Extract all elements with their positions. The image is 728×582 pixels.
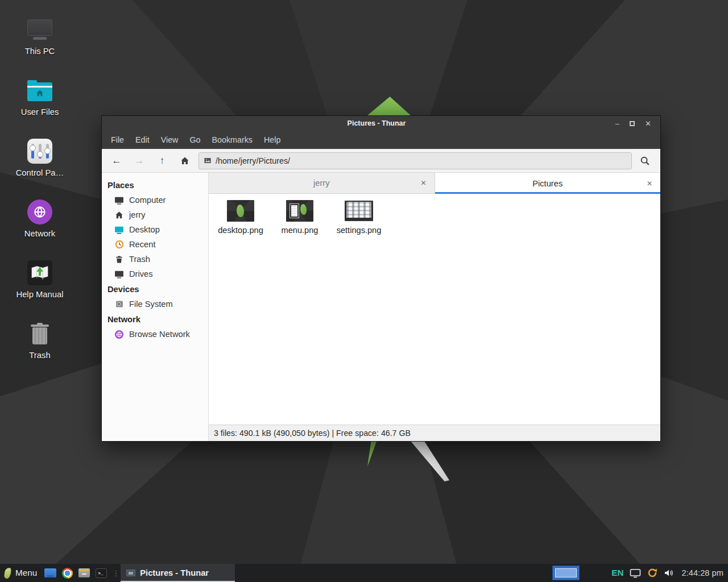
path-input[interactable] — [216, 156, 627, 165]
terminal-launcher[interactable]: >_ — [93, 564, 110, 582]
tab-label: jerry — [313, 178, 330, 188]
image-thumbnail — [286, 198, 313, 223]
display-icon[interactable] — [630, 568, 641, 578]
up-icon[interactable]: ↑ — [153, 152, 171, 169]
thunar-window: Pictures - Thunar – ✕ File Edit View Go … — [101, 115, 661, 442]
status-text: 3 files: 490.1 kB (490,050 bytes) | Free… — [214, 429, 411, 438]
desktop-icon-label: This PC — [25, 47, 55, 56]
drives-icon — [114, 269, 124, 279]
home-folder-icon — [27, 77, 52, 104]
menu-go[interactable]: Go — [184, 135, 206, 144]
chrome-launcher[interactable] — [59, 564, 76, 582]
help-manual-icon — [27, 259, 52, 286]
sidebar-item-label: Drives — [129, 269, 153, 278]
maximize-icon[interactable] — [630, 121, 635, 126]
desktop-icon-label: Trash — [29, 351, 50, 360]
path-bar[interactable] — [198, 152, 632, 169]
minimize-icon[interactable]: – — [615, 120, 619, 127]
volume-icon[interactable] — [664, 568, 674, 577]
desktop-icon-label: Control Pa… — [16, 168, 64, 177]
close-icon[interactable]: ✕ — [645, 120, 651, 127]
desktop-icon-control-panel[interactable]: Control Pa… — [8, 138, 72, 177]
sidebar-item-browse-network[interactable]: Browse Network — [102, 327, 208, 342]
keyboard-layout-indicator[interactable]: EN — [611, 568, 623, 578]
chrome-icon — [62, 568, 73, 579]
desktop-icon-column: This PC User Files Control Pa… — [8, 16, 72, 360]
sidebar-item-label: Desktop — [129, 225, 160, 234]
file-cabinet-icon — [78, 568, 90, 577]
sidebar-item-computer[interactable]: Computer — [102, 193, 208, 207]
sidebar-header-places: Places — [102, 177, 208, 193]
titlebar[interactable]: Pictures - Thunar – ✕ — [102, 116, 660, 131]
desktop-icon-label: Network — [24, 229, 55, 238]
sidebar-item-trash[interactable]: Trash — [102, 252, 208, 267]
desktop-icon-this-pc[interactable]: This PC — [8, 16, 72, 56]
clock[interactable]: 2:44:28 pm — [682, 568, 724, 577]
file-manager-launcher[interactable] — [42, 564, 59, 582]
status-bar: 3 files: 490.1 kB (490,050 bytes) | Free… — [209, 425, 660, 441]
menu-bookmarks[interactable]: Bookmarks — [206, 135, 259, 144]
desktop-icon-user-files[interactable]: User Files — [8, 77, 72, 117]
file-settings-png[interactable]: settings.png — [330, 198, 387, 235]
window-title: Pictures - Thunar — [102, 119, 597, 127]
forward-icon[interactable]: → — [130, 152, 148, 169]
sidebar-item-home[interactable]: jerry — [102, 207, 208, 222]
harddrive-icon — [114, 300, 124, 309]
sidebar-item-drives[interactable]: Drives — [102, 267, 208, 281]
archive-launcher[interactable] — [76, 564, 93, 582]
menu-file[interactable]: File — [105, 135, 130, 144]
sidebar: Places Computer jerry — [102, 173, 209, 441]
desktop-icon-label: Help Manual — [16, 290, 63, 299]
desktop-screen: This PC User Files Control Pa… — [0, 0, 728, 582]
recent-clock-icon — [114, 240, 124, 250]
trash-icon — [114, 255, 124, 264]
desktop-icon — [114, 225, 124, 235]
terminal-icon: >_ — [96, 568, 107, 578]
update-refresh-icon[interactable] — [647, 567, 658, 579]
files-icon — [44, 568, 56, 577]
file-menu-png[interactable]: menu.png — [271, 198, 328, 235]
control-panel-icon — [27, 138, 52, 165]
thunar-task-icon — [126, 569, 135, 576]
start-menu-button[interactable]: Menu — [0, 564, 42, 582]
sidebar-item-desktop[interactable]: Desktop — [102, 222, 208, 237]
network-globe-icon — [27, 198, 52, 226]
system-tray: EN 2:44:28 pm — [552, 566, 728, 580]
menu-help[interactable]: Help — [258, 135, 286, 144]
tab-close-icon[interactable]: ✕ — [647, 180, 652, 188]
image-thumbnail — [227, 198, 254, 223]
sidebar-item-label: Computer — [129, 196, 166, 205]
window-controls: – ✕ — [597, 120, 660, 127]
home-icon[interactable] — [176, 152, 194, 169]
desktop-icon-trash[interactable]: Trash — [8, 320, 72, 360]
menu-edit[interactable]: Edit — [130, 135, 155, 144]
search-icon[interactable] — [635, 152, 655, 169]
desktop-icon-help-manual[interactable]: Help Manual — [8, 259, 72, 299]
task-button-label: Pictures - Thunar — [140, 568, 209, 577]
sidebar-header-network: Network — [102, 311, 208, 327]
taskbar: Menu >_ ⋮ Pictures - Thunar EN 2:44:28 p… — [0, 564, 728, 582]
window-body: Places Computer jerry — [102, 173, 660, 441]
home-icon — [114, 210, 124, 220]
tab-close-icon[interactable]: ✕ — [420, 179, 426, 187]
tab-pictures[interactable]: Pictures ✕ — [435, 173, 661, 194]
tab-label: Pictures — [532, 179, 562, 188]
workspace-switcher[interactable] — [552, 566, 580, 580]
file-view[interactable]: desktop.png menu.png settings.png — [209, 194, 660, 425]
task-button-thunar[interactable]: Pictures - Thunar — [121, 564, 235, 582]
sidebar-item-file-system[interactable]: File System — [102, 297, 208, 311]
sidebar-item-recent[interactable]: Recent — [102, 237, 208, 252]
active-workspace[interactable] — [555, 568, 577, 577]
main-pane: jerry ✕ Pictures ✕ desktop.png — [209, 173, 660, 441]
file-desktop-png[interactable]: desktop.png — [212, 198, 269, 235]
menubar: File Edit View Go Bookmarks Help — [102, 131, 660, 149]
file-name: menu.png — [282, 226, 318, 235]
tab-jerry[interactable]: jerry ✕ — [209, 173, 435, 194]
sidebar-item-label: File System — [129, 300, 173, 309]
tab-bar: jerry ✕ Pictures ✕ — [209, 173, 660, 194]
back-icon[interactable]: ← — [107, 152, 126, 169]
mint-logo-icon — [4, 567, 11, 579]
desktop-icon-network[interactable]: Network — [8, 198, 72, 238]
menu-view[interactable]: View — [155, 135, 184, 144]
toolbar: ← → ↑ — [102, 149, 660, 173]
